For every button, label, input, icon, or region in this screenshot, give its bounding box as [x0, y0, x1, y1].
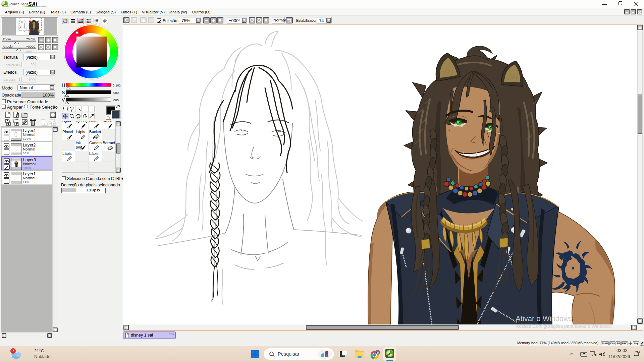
svg-text:7: 7 — [12, 349, 14, 353]
svg-text:z: z — [638, 352, 639, 354]
svg-text:Paint Tool: Paint Tool — [9, 2, 28, 6]
